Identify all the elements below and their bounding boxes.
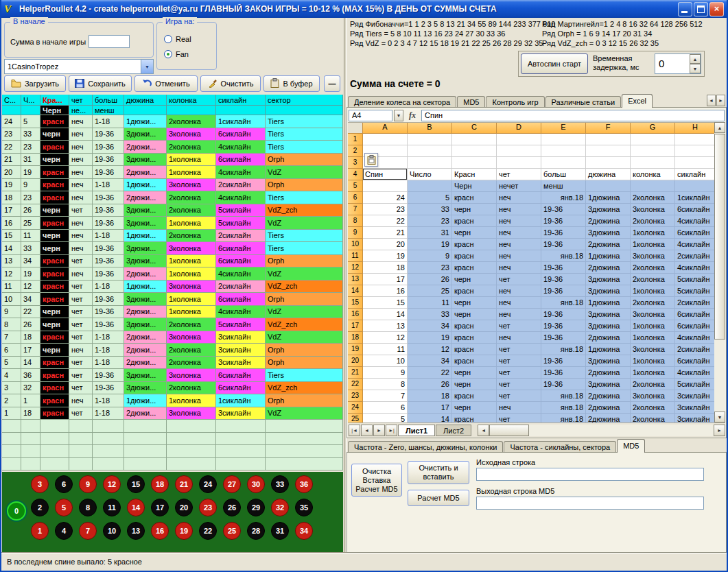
- history-cell[interactable]: 23: [21, 191, 40, 204]
- excel-cell[interactable]: янв.18: [541, 390, 586, 402]
- excel-cell[interactable]: 3дюжина: [586, 227, 631, 239]
- excel-cell[interactable]: черн: [452, 227, 497, 239]
- excel-cell[interactable]: [586, 180, 631, 192]
- history-cell[interactable]: [167, 433, 216, 446]
- excel-row-header[interactable]: 17: [348, 320, 363, 332]
- history-header-cell[interactable]: больш: [93, 95, 124, 106]
- excel-column-header[interactable]: F: [586, 123, 631, 134]
- history-cell[interactable]: [21, 458, 40, 471]
- excel-cell[interactable]: 2колонка: [631, 402, 675, 414]
- sheet-last-icon[interactable]: ►|: [386, 425, 397, 436]
- history-cell[interactable]: 3дюжи...: [124, 369, 167, 382]
- excel-row-header[interactable]: 8: [348, 215, 363, 227]
- history-cell[interactable]: черн: [40, 204, 69, 217]
- history-cell[interactable]: 6сиклайн: [216, 154, 266, 167]
- excel-cell[interactable]: неч: [497, 297, 541, 309]
- excel-cell[interactable]: 33: [408, 309, 452, 320]
- sheet-tab-Лист2[interactable]: Лист2: [436, 425, 471, 436]
- excel-cell[interactable]: неч: [497, 402, 541, 414]
- history-cell[interactable]: 11: [2, 281, 21, 294]
- history-cell[interactable]: чет: [69, 382, 93, 395]
- excel-cell[interactable]: неч: [497, 239, 541, 250]
- excel-cell[interactable]: [408, 180, 452, 192]
- sheet-tab-Лист1[interactable]: Лист1: [398, 425, 435, 436]
- history-cell[interactable]: 17: [21, 344, 40, 357]
- board-number-19[interactable]: 19: [175, 522, 193, 540]
- history-cell[interactable]: [216, 433, 266, 446]
- excel-cell[interactable]: [675, 157, 715, 169]
- history-cell[interactable]: 6: [2, 344, 21, 357]
- excel-cell[interactable]: 19: [408, 239, 452, 250]
- excel-cell[interactable]: красн: [452, 320, 497, 332]
- history-cell[interactable]: 4: [2, 369, 21, 382]
- excel-cell[interactable]: красн: [452, 262, 497, 274]
- history-cell[interactable]: 7: [2, 331, 21, 344]
- excel-cell[interactable]: красн: [452, 344, 497, 355]
- md5-calc-button[interactable]: Расчет MD5: [408, 490, 469, 506]
- excel-cell[interactable]: чет: [497, 379, 541, 390]
- bottom-tab-1[interactable]: Частота - Zero, шансы, дюжины, колонки: [348, 441, 503, 453]
- history-cell[interactable]: 19-36: [93, 191, 124, 204]
- excel-cell[interactable]: [497, 145, 541, 157]
- history-cell[interactable]: Orph: [266, 179, 343, 192]
- history-cell[interactable]: [124, 458, 167, 471]
- history-cell[interactable]: [167, 458, 216, 471]
- history-cell[interactable]: 2сиклайн: [216, 179, 266, 192]
- history-cell[interactable]: 3дюжи...: [124, 293, 167, 306]
- excel-cell[interactable]: 6сиклайн: [675, 309, 715, 320]
- excel-cell[interactable]: 12: [363, 332, 408, 344]
- excel-row-header[interactable]: 18: [348, 332, 363, 344]
- history-cell[interactable]: [69, 420, 93, 433]
- history-cell[interactable]: 1колонка: [167, 255, 216, 268]
- history-header-cell[interactable]: Кра...: [40, 95, 69, 106]
- history-cell[interactable]: [167, 445, 216, 458]
- excel-column-header[interactable]: G: [631, 123, 675, 134]
- excel-horizontal-scrollbar[interactable]: ◄ ►: [478, 425, 725, 436]
- excel-cell[interactable]: чет: [497, 367, 541, 379]
- scroll-up-icon[interactable]: ▲: [714, 122, 725, 133]
- excel-cell[interactable]: 2дюжина: [586, 332, 631, 344]
- history-cell[interactable]: неч: [69, 179, 93, 192]
- history-cell[interactable]: красн: [40, 255, 69, 268]
- excel-cell[interactable]: 6сиклайн: [675, 227, 715, 239]
- board-number-18[interactable]: 18: [151, 475, 169, 493]
- history-cell[interactable]: 1-18: [93, 230, 124, 243]
- excel-cell[interactable]: красн: [452, 390, 497, 402]
- excel-cell[interactable]: 5сиклайн: [675, 379, 715, 390]
- excel-cell[interactable]: чет: [497, 274, 541, 285]
- excel-cell[interactable]: [631, 157, 675, 169]
- history-cell[interactable]: [40, 420, 69, 433]
- history-cell[interactable]: 1дюжи...: [124, 179, 167, 192]
- history-cell[interactable]: 1дюжи...: [124, 115, 167, 128]
- excel-cell[interactable]: 19-36: [541, 309, 586, 320]
- history-cell[interactable]: 2дюжи...: [124, 344, 167, 357]
- history-cell[interactable]: 10: [2, 293, 21, 306]
- casino-select[interactable]: 1CasinoTropez ▼: [4, 59, 154, 74]
- excel-cell[interactable]: чет: [497, 414, 541, 422]
- excel-row-header[interactable]: 7: [348, 204, 363, 215]
- start-sum-input[interactable]: [89, 35, 130, 48]
- excel-cell[interactable]: красн: [452, 192, 497, 204]
- history-header-cell[interactable]: [216, 106, 266, 115]
- history-cell[interactable]: черн: [40, 242, 69, 255]
- history-cell[interactable]: 3колонка: [167, 331, 216, 344]
- excel-cell[interactable]: сиклайн: [675, 169, 715, 180]
- excel-cell[interactable]: [363, 134, 408, 145]
- excel-cell[interactable]: чет: [497, 390, 541, 402]
- history-cell[interactable]: неч: [69, 230, 93, 243]
- excel-cell[interactable]: 3дюжина: [586, 320, 631, 332]
- history-cell[interactable]: 15: [2, 230, 21, 243]
- excel-row-header[interactable]: 20: [348, 355, 363, 367]
- history-cell[interactable]: 6сиклайн: [216, 382, 266, 395]
- board-number-25[interactable]: 25: [223, 522, 241, 540]
- history-cell[interactable]: 9: [21, 179, 40, 192]
- history-cell[interactable]: 1-18: [93, 394, 124, 407]
- history-cell[interactable]: чет: [69, 204, 93, 217]
- history-cell[interactable]: [21, 433, 40, 446]
- excel-row-header[interactable]: 1: [348, 134, 363, 145]
- history-cell[interactable]: Tiers: [266, 191, 343, 204]
- excel-cell[interactable]: 10: [363, 355, 408, 367]
- history-cell[interactable]: 1сиклайн: [216, 115, 266, 128]
- history-cell[interactable]: 19-36: [93, 306, 124, 319]
- history-cell[interactable]: 33: [21, 242, 40, 255]
